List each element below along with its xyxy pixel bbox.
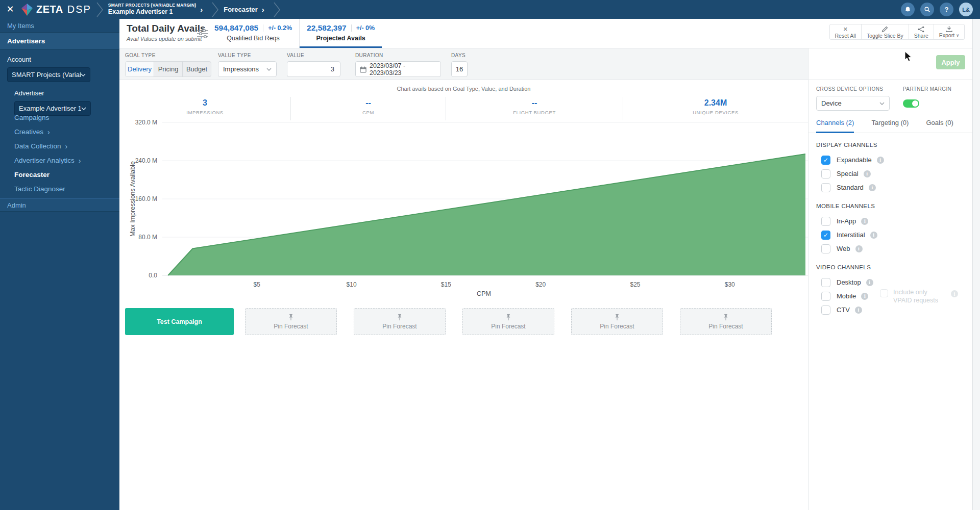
share-button[interactable]: Share bbox=[909, 24, 934, 39]
checkbox-standard[interactable] bbox=[821, 183, 830, 192]
close-icon: ✕ bbox=[843, 26, 848, 33]
breadcrumb-separator-icon bbox=[212, 2, 218, 17]
breadcrumb-account-name: SMART PROJECTS (VARIABLE MARGIN) bbox=[108, 3, 196, 8]
settings-panel: Apply CROSS DEVICE OPTIONS PARTNER MARGI… bbox=[808, 48, 972, 510]
checkbox-label: Standard bbox=[837, 184, 864, 191]
info-icon[interactable]: i bbox=[855, 307, 862, 314]
toolbar-button-label: Share bbox=[914, 33, 928, 39]
goal-type-option-pricing[interactable]: Pricing bbox=[154, 62, 182, 76]
pin-forecast-label: Pin Forecast bbox=[382, 323, 416, 330]
sidebar-item-creatives[interactable]: Creatives› bbox=[0, 125, 119, 139]
sidebar-item-advertisers[interactable]: Advertisers bbox=[0, 33, 119, 49]
sidebar-item-advertiser-analytics[interactable]: Advertiser Analytics› bbox=[0, 154, 119, 168]
apply-button[interactable]: Apply bbox=[936, 55, 965, 69]
checkbox-label: Expandable bbox=[837, 156, 872, 164]
svg-text:CPM: CPM bbox=[477, 290, 491, 296]
chevron-down-icon bbox=[266, 68, 272, 71]
sidebar-item-tactic-diagnoser[interactable]: Tactic Diagnoser bbox=[0, 182, 119, 196]
metric-projected-avails[interactable]: 22,582,397+/- 0%Projected Avails bbox=[299, 19, 382, 48]
checkbox-in-app[interactable] bbox=[821, 217, 830, 226]
info-icon[interactable]: i bbox=[861, 293, 868, 300]
stat-value: -- bbox=[365, 98, 371, 108]
info-icon[interactable]: i bbox=[951, 290, 958, 297]
sidebar-item-campaigns[interactable]: Campaigns bbox=[0, 111, 119, 125]
export-button[interactable]: Export∨ bbox=[934, 24, 964, 39]
metric-qualified-bid-reqs[interactable]: 594,847,085+/- 0.2%Qualified Bid Reqs bbox=[207, 19, 299, 48]
advertiser-label: Advertiser bbox=[14, 89, 112, 97]
channel-row-standard: Standardi bbox=[816, 181, 965, 194]
pin-forecast-slot[interactable]: Pin Forecast bbox=[245, 308, 337, 335]
info-icon[interactable]: i bbox=[870, 232, 877, 239]
metric-delta: +/- 0% bbox=[356, 24, 375, 32]
checkbox-ctv[interactable] bbox=[821, 305, 830, 315]
info-icon[interactable]: i bbox=[866, 279, 873, 286]
collapsed-right-rail[interactable] bbox=[972, 19, 980, 510]
info-icon[interactable]: i bbox=[877, 157, 884, 164]
close-icon[interactable]: ✕ bbox=[0, 0, 20, 19]
sidebar-item-admin[interactable]: Admin bbox=[0, 198, 119, 212]
svg-text:$5: $5 bbox=[254, 281, 261, 288]
chevron-down-icon: ∨ bbox=[956, 33, 959, 38]
breadcrumb-separator-icon bbox=[96, 2, 103, 17]
cross-device-select[interactable]: Device bbox=[816, 96, 890, 111]
metric-divider bbox=[263, 24, 263, 32]
checkbox-interstitial[interactable] bbox=[821, 231, 830, 240]
value-input[interactable] bbox=[287, 62, 340, 76]
partner-margin-toggle[interactable] bbox=[903, 99, 919, 108]
help-button[interactable]: ? bbox=[940, 3, 953, 16]
account-select[interactable]: SMART Projects (Variable M bbox=[7, 67, 90, 82]
reset-all-button[interactable]: ✕Reset All bbox=[830, 24, 861, 39]
checkbox-expandable[interactable] bbox=[821, 156, 830, 165]
sidebar-nav: CampaignsCreatives›Data Collection›Adver… bbox=[0, 111, 119, 196]
chevron-down-icon bbox=[879, 102, 885, 105]
search-button[interactable] bbox=[920, 3, 934, 16]
toggle-slice-by-button[interactable]: Toggle Slice By bbox=[861, 24, 909, 39]
info-icon[interactable]: i bbox=[855, 245, 863, 252]
notifications-button[interactable] bbox=[901, 3, 915, 16]
tab-targeting-0[interactable]: Targeting (0) bbox=[871, 119, 909, 133]
checkbox-label: Special bbox=[837, 170, 859, 177]
svg-text:$10: $10 bbox=[347, 281, 357, 288]
checkbox-vpaid[interactable] bbox=[880, 289, 888, 297]
breadcrumb-forecaster[interactable]: Forecaster bbox=[224, 6, 257, 13]
sidebar-item-label: Data Collection bbox=[14, 139, 61, 154]
sidebar-item-forecaster[interactable]: Forecaster bbox=[0, 168, 119, 182]
checkbox-web[interactable] bbox=[821, 244, 830, 253]
tab-goals-0[interactable]: Goals (0) bbox=[926, 119, 953, 133]
stat-value: -- bbox=[532, 98, 537, 108]
checkbox-mobile[interactable] bbox=[821, 292, 830, 301]
tab-channels-2[interactable]: Channels (2) bbox=[816, 119, 854, 133]
info-icon[interactable]: i bbox=[869, 184, 876, 191]
sidebar-item-my-items[interactable]: My Items bbox=[0, 19, 119, 33]
pin-forecast-slot[interactable]: Pin Forecast bbox=[680, 308, 772, 335]
sidebar-item-data-collection[interactable]: Data Collection› bbox=[0, 139, 119, 154]
sidebar-item-label: Campaigns bbox=[14, 111, 49, 125]
checkbox-label: Mobile bbox=[837, 292, 856, 300]
pin-forecast-slot[interactable]: Pin Forecast bbox=[354, 308, 446, 335]
duration-date-range[interactable]: 2023/03/07 - 2023/03/23 bbox=[355, 61, 441, 77]
checkbox-special[interactable] bbox=[821, 169, 830, 178]
pin-forecast-slot[interactable]: Pin Forecast bbox=[571, 308, 663, 335]
metric-delta: +/- 0.2% bbox=[268, 24, 292, 32]
goal-type-option-budget[interactable]: Budget bbox=[182, 62, 211, 76]
breadcrumb-advertiser[interactable]: SMART PROJECTS (VARIABLE MARGIN) Example… bbox=[108, 3, 196, 15]
user-avatar[interactable]: L& bbox=[959, 3, 973, 16]
checkbox-desktop[interactable] bbox=[821, 278, 830, 287]
info-icon[interactable]: i bbox=[864, 170, 871, 177]
goal-type-option-delivery[interactable]: Delivery bbox=[126, 62, 154, 76]
chevron-right-icon: › bbox=[200, 5, 203, 14]
pinned-forecasts: Test CampaignPin ForecastPin ForecastPin… bbox=[125, 308, 772, 335]
pinned-forecast-test-campaign[interactable]: Test Campaign bbox=[125, 308, 234, 335]
checkbox-label: Desktop bbox=[837, 278, 861, 286]
pin-icon bbox=[722, 314, 729, 321]
days-value: 16 bbox=[451, 61, 468, 77]
page-title: Total Daily Avails bbox=[127, 23, 206, 34]
calendar-icon bbox=[360, 66, 366, 73]
account-label: Account bbox=[7, 56, 112, 63]
checkbox-label: CTV bbox=[837, 306, 850, 314]
account-select-value: SMART Projects (Variable M bbox=[12, 71, 81, 79]
info-icon[interactable]: i bbox=[861, 218, 868, 225]
value-type-select[interactable]: Impressions bbox=[218, 61, 277, 77]
pin-forecast-slot[interactable]: Pin Forecast bbox=[462, 308, 554, 335]
brand-name: ZETA bbox=[36, 4, 63, 15]
